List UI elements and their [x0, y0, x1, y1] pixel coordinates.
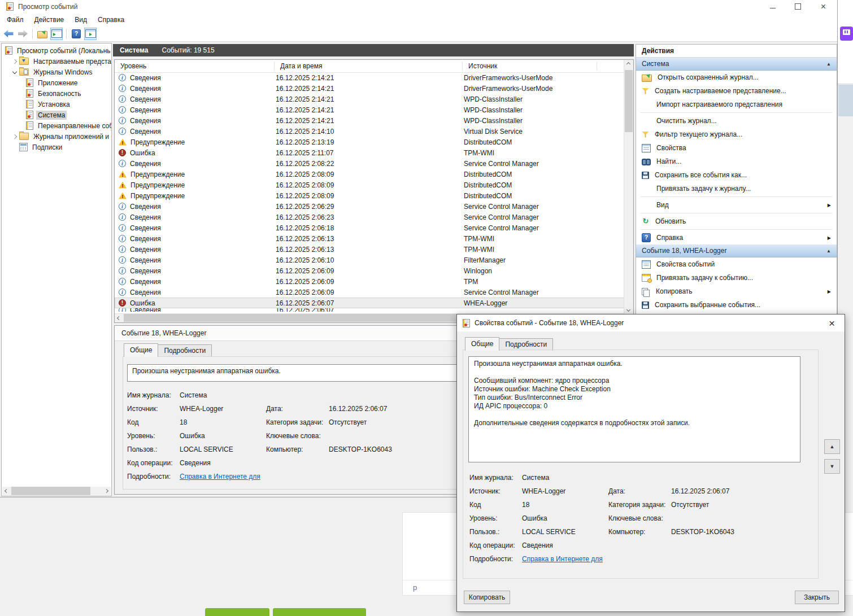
action-item[interactable]: Привязать задачу к событию... ▶	[636, 271, 837, 285]
action-item[interactable]: Очистить журнал... ▶	[636, 114, 837, 128]
menu-item[interactable]: Действие	[34, 16, 64, 24]
action-item[interactable]: ▶	[641, 196, 832, 197]
event-row[interactable]: Сведения 16.12.2025 2:14:21 WPD-ClassIns…	[115, 94, 624, 104]
event-row[interactable]: Ошибка 16.12.2025 2:06:07 WHEA-Logger	[115, 298, 624, 308]
column-header-empty[interactable]	[597, 62, 624, 71]
copy-button[interactable]: Копировать	[464, 591, 510, 604]
tree-item[interactable]: Подписки	[2, 142, 111, 152]
tree-expander[interactable]	[18, 78, 25, 88]
action-item[interactable]: Сохранить выбранные события... ▶	[636, 298, 837, 312]
scroll-down-icon[interactable]	[624, 305, 633, 314]
event-row[interactable]: Сведения 16.12.2025 2:14:21 WPD-ClassIns…	[115, 115, 624, 126]
window-control[interactable]	[811, 0, 836, 13]
action-item[interactable]: Вид ▶	[636, 198, 837, 212]
column-header-source[interactable]: Источник	[463, 62, 597, 71]
action-item[interactable]: ▶	[641, 213, 832, 213]
menu-item[interactable]: Вид	[75, 16, 87, 24]
close-button[interactable]: Закрыть	[795, 591, 839, 604]
chevron-right-icon[interactable]	[11, 57, 18, 66]
collapse-icon[interactable]: ▲	[826, 62, 831, 67]
event-row[interactable]: Сведения 16.12.2025 2:06:23 Service Cont…	[115, 212, 624, 222]
tree-expander[interactable]	[18, 89, 25, 98]
tab-details[interactable]: Подробности	[499, 338, 553, 351]
event-row[interactable]: Сведения 16.12.2025 2:06:13 TPM-WMI	[115, 244, 624, 255]
window-control[interactable]	[785, 0, 811, 13]
toolbar-button[interactable]	[66, 29, 67, 39]
scrollbar-thumb[interactable]	[625, 70, 633, 132]
action-item[interactable]: ▶	[641, 229, 832, 230]
window-control[interactable]	[760, 0, 785, 13]
tree-expander[interactable]	[11, 143, 18, 152]
tree-item[interactable]: Настраиваемые представле	[2, 56, 111, 67]
event-row[interactable]: Предупреждение 16.12.2025 2:08:09 Distri…	[115, 169, 624, 180]
action-item[interactable]: Импорт настраиваемого представления ▶	[636, 98, 837, 111]
action-item[interactable]: Свойства событий ▶	[636, 257, 837, 271]
tree-item[interactable]: Система	[2, 110, 111, 120]
actions-section-event[interactable]: Событие 18, WHEA-Logger ▲	[636, 244, 837, 257]
event-row[interactable]: Сведения 16.12.2025 2:06:07	[115, 308, 624, 312]
event-row[interactable]: Сведения 16.12.2025 2:06:18 Service Cont…	[115, 222, 624, 233]
scroll-right-icon[interactable]	[102, 487, 111, 495]
online-help-link[interactable]: Справка в Интернете для	[180, 473, 260, 480]
menu-item[interactable]: Файл	[7, 16, 24, 24]
tree-expander[interactable]	[18, 121, 25, 130]
scroll-left-icon[interactable]	[115, 314, 123, 322]
action-item[interactable]: Справка ▶	[636, 231, 837, 244]
dialog-title-bar[interactable]: Свойства событий - Событие 18, WHEA-Logg…	[457, 314, 845, 331]
list-vertical-scrollbar[interactable]	[624, 60, 633, 314]
event-row[interactable]: Сведения 16.12.2025 2:06:10 FilterManage…	[115, 255, 624, 265]
event-row[interactable]: Сведения 16.12.2025 2:14:21 DriverFramew…	[115, 72, 624, 83]
toolbar-button[interactable]	[16, 28, 29, 40]
tree-item[interactable]: Приложение	[2, 77, 111, 88]
tree-horizontal-scrollbar[interactable]	[2, 487, 111, 495]
action-item[interactable]: Открыть сохраненный журнал... ▶	[636, 71, 837, 84]
event-row[interactable]: Сведения 16.12.2025 2:14:21 DriverFramew…	[115, 83, 624, 94]
toolbar-button[interactable]	[70, 28, 82, 40]
tree-expander[interactable]	[18, 100, 25, 109]
title-bar[interactable]: Просмотр событий	[0, 0, 837, 13]
tab-general[interactable]: Общие	[124, 343, 158, 357]
action-item[interactable]: Копировать ▶	[636, 285, 837, 298]
event-row[interactable]: Сведения 16.12.2025 2:06:09 TPM	[115, 276, 624, 287]
menu-item[interactable]: Справка	[98, 16, 124, 24]
action-item[interactable]: Создать настраиваемое представление... ▶	[636, 84, 837, 98]
action-item[interactable]: Обновить ▶	[636, 215, 837, 228]
action-item[interactable]: Найти... ▶	[636, 155, 837, 168]
action-item[interactable]: ▶	[641, 112, 832, 113]
toolbar-button[interactable]	[84, 28, 97, 40]
tree-item[interactable]: Журналы приложений и сл	[2, 131, 111, 142]
scrollbar-thumb[interactable]	[11, 487, 90, 495]
event-row[interactable]: Ошибка 16.12.2025 2:11:07 TPM-WMI	[115, 147, 624, 158]
event-row[interactable]: Сведения 16.12.2025 2:06:29 Service Cont…	[115, 201, 624, 212]
collapse-icon[interactable]: ▲	[826, 248, 831, 254]
action-item[interactable]: Сохранить все события как... ▶	[636, 168, 837, 182]
tab-general[interactable]: Общие	[465, 337, 499, 351]
online-help-link[interactable]: Справка в Интернете для	[522, 555, 603, 563]
action-item[interactable]: Свойства ▶	[636, 141, 837, 155]
dialog-close-button[interactable]	[819, 314, 845, 331]
event-row[interactable]: Предупреждение 16.12.2025 2:08:09 Distri…	[115, 180, 624, 190]
event-row[interactable]: Сведения 16.12.2025 2:06:09 Service Cont…	[115, 287, 624, 298]
tree-item[interactable]: Журналы Windows	[2, 67, 111, 77]
event-row[interactable]: Предупреждение 16.12.2025 2:13:19 Distri…	[115, 137, 624, 147]
actions-section-system[interactable]: Система ▲	[636, 58, 837, 71]
event-row[interactable]: Сведения 16.12.2025 2:08:22 Service Cont…	[115, 158, 624, 169]
tab-details[interactable]: Подробности	[158, 344, 212, 357]
scroll-left-icon[interactable]	[2, 487, 11, 495]
action-item[interactable]: Привязать задачу к журналу... ▶	[636, 182, 837, 195]
toolbar-button[interactable]	[2, 28, 15, 40]
toolbar-button[interactable]	[32, 29, 33, 39]
chevron-right-icon[interactable]	[11, 132, 18, 141]
column-header-date[interactable]: Дата и время	[275, 62, 463, 71]
event-row[interactable]: Сведения 16.12.2025 2:14:10 Virtual Disk…	[115, 126, 624, 137]
tree-item[interactable]: Перенаправленные соб	[2, 120, 111, 131]
event-row[interactable]: Сведения 16.12.2025 2:06:13 TPM-WMI	[115, 233, 624, 244]
tree-item[interactable]: Установка	[2, 99, 111, 110]
send-button[interactable]: Отправить	[205, 608, 269, 616]
column-header-level[interactable]: Уровень	[115, 62, 275, 71]
preview-button[interactable]: Предв. просмотр	[273, 608, 366, 616]
event-row[interactable]: Предупреждение 16.12.2025 2:08:09 Distri…	[115, 190, 624, 201]
action-item[interactable]: Фильтр текущего журнала... ▶	[636, 128, 837, 141]
event-row[interactable]: Сведения 16.12.2025 2:14:21 WPD-ClassIns…	[115, 104, 624, 115]
toolbar-button[interactable]	[50, 28, 63, 40]
